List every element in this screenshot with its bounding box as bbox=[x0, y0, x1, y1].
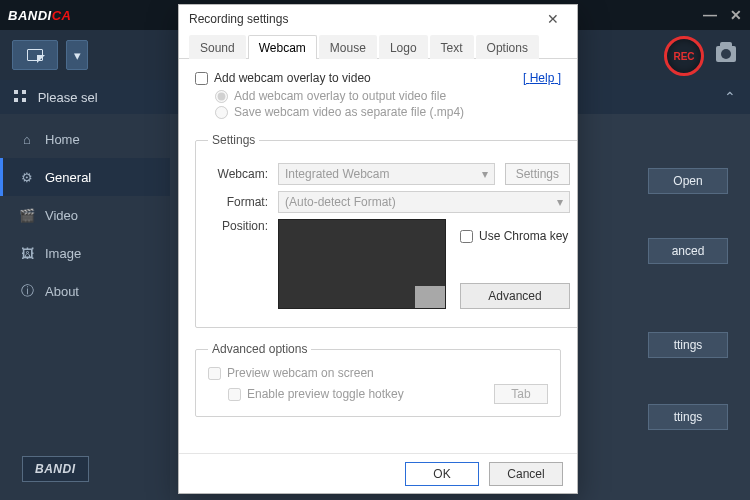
open-button[interactable]: Open bbox=[648, 168, 728, 194]
select-area-label: Please sel bbox=[38, 90, 98, 105]
format-label: Format: bbox=[208, 195, 268, 209]
radio-overlay-output[interactable]: Add webcam overlay to output video file bbox=[215, 89, 561, 103]
record-button[interactable]: REC bbox=[664, 36, 704, 76]
dialog-tabs: Sound Webcam Mouse Logo Text Options bbox=[179, 33, 577, 59]
capture-mode-button[interactable] bbox=[12, 40, 58, 70]
webcam-select[interactable]: Integrated Webcam ▾ bbox=[278, 163, 495, 185]
sidebar-item-label: Image bbox=[45, 246, 81, 261]
position-label: Position: bbox=[208, 219, 268, 233]
advanced-options-fieldset: Advanced options Preview webcam on scree… bbox=[195, 342, 561, 417]
info-icon: ⓘ bbox=[19, 283, 35, 299]
grid-icon bbox=[14, 90, 26, 102]
tab-webcam[interactable]: Webcam bbox=[248, 35, 317, 59]
recording-settings-dialog: Recording settings ✕ Sound Webcam Mouse … bbox=[178, 4, 578, 494]
sidebar-item-label: Video bbox=[45, 208, 78, 223]
chevron-down-icon: ▾ bbox=[482, 167, 488, 181]
radio-output-file[interactable] bbox=[215, 90, 228, 103]
window-controls: — ✕ bbox=[703, 7, 742, 23]
settings-legend: Settings bbox=[208, 133, 259, 147]
radio-separate-file[interactable]: Save webcam video as separate file (.mp4… bbox=[215, 105, 561, 119]
screen-rect-icon bbox=[27, 49, 43, 61]
tab-logo[interactable]: Logo bbox=[379, 35, 428, 59]
chevron-up-icon: ⌃ bbox=[724, 89, 736, 105]
webcam-label: Webcam: bbox=[208, 167, 268, 181]
tab-sound[interactable]: Sound bbox=[189, 35, 246, 59]
help-link[interactable]: [ Help ] bbox=[523, 71, 561, 85]
tab-text[interactable]: Text bbox=[430, 35, 474, 59]
close-icon[interactable]: ✕ bbox=[730, 7, 743, 23]
position-handle[interactable] bbox=[415, 286, 445, 308]
dialog-footer: OK Cancel bbox=[179, 453, 577, 493]
rec-label: REC bbox=[673, 51, 694, 62]
hotkey-field[interactable]: Tab bbox=[494, 384, 548, 404]
sidebar-item-about[interactable]: ⓘ About bbox=[0, 272, 170, 310]
radio-separate-label: Save webcam video as separate file (.mp4… bbox=[234, 105, 464, 119]
chroma-checkbox[interactable] bbox=[460, 230, 473, 243]
position-row: Position: Use Chroma key Advanced bbox=[208, 219, 570, 309]
app-logo: BANDICA bbox=[8, 8, 71, 23]
position-preview[interactable] bbox=[278, 219, 446, 309]
gear-icon: ⚙ bbox=[19, 169, 35, 185]
preview-onscreen-label: Preview webcam on screen bbox=[227, 366, 374, 380]
cancel-button[interactable]: Cancel bbox=[489, 462, 563, 486]
sidebar-item-label: Home bbox=[45, 132, 80, 147]
webcam-value: Integrated Webcam bbox=[285, 167, 390, 181]
sidebar-item-label: About bbox=[45, 284, 79, 299]
chevron-down-icon: ▾ bbox=[74, 48, 81, 63]
add-overlay-label: Add webcam overlay to video bbox=[214, 71, 371, 85]
advanced-position-button[interactable]: Advanced bbox=[460, 283, 570, 309]
close-icon: ✕ bbox=[547, 11, 559, 27]
dialog-body: Add webcam overlay to video [ Help ] Add… bbox=[179, 59, 577, 453]
minimize-icon[interactable]: — bbox=[703, 7, 718, 23]
settings-button-2[interactable]: ttings bbox=[648, 404, 728, 430]
chevron-down-icon: ▾ bbox=[557, 195, 563, 209]
sidebar-item-label: General bbox=[45, 170, 91, 185]
video-icon: 🎬 bbox=[19, 207, 35, 223]
dialog-title: Recording settings bbox=[189, 12, 288, 26]
preview-onscreen-row[interactable]: Preview webcam on screen bbox=[208, 366, 548, 380]
format-value: (Auto-detect Format) bbox=[285, 195, 396, 209]
sidebar-item-general[interactable]: ⚙ General bbox=[0, 158, 170, 196]
footer-logo: BANDI bbox=[22, 456, 89, 482]
sidebar-item-video[interactable]: 🎬 Video bbox=[0, 196, 170, 234]
advanced-button[interactable]: anced bbox=[648, 238, 728, 264]
sidebar-item-image[interactable]: 🖼 Image bbox=[0, 234, 170, 272]
tab-mouse[interactable]: Mouse bbox=[319, 35, 377, 59]
overlay-checkbox-row[interactable]: Add webcam overlay to video bbox=[195, 71, 371, 85]
toggle-hotkey-checkbox[interactable] bbox=[228, 388, 241, 401]
capture-mode-dropdown[interactable]: ▾ bbox=[66, 40, 88, 70]
radio-separate[interactable] bbox=[215, 106, 228, 119]
chroma-row[interactable]: Use Chroma key bbox=[460, 229, 570, 243]
webcam-settings-button[interactable]: Settings bbox=[505, 163, 570, 185]
settings-fieldset: Settings Webcam: Integrated Webcam ▾ Set… bbox=[195, 133, 577, 328]
ok-button[interactable]: OK bbox=[405, 462, 479, 486]
format-row: Format: (Auto-detect Format) ▾ bbox=[208, 191, 570, 213]
webcam-row: Webcam: Integrated Webcam ▾ Settings bbox=[208, 163, 570, 185]
preview-onscreen-checkbox[interactable] bbox=[208, 367, 221, 380]
format-select[interactable]: (Auto-detect Format) ▾ bbox=[278, 191, 570, 213]
image-icon: 🖼 bbox=[19, 245, 35, 261]
dialog-close-button[interactable]: ✕ bbox=[535, 7, 571, 31]
toggle-hotkey-row[interactable]: Enable preview toggle hotkey bbox=[228, 387, 404, 401]
add-overlay-checkbox[interactable] bbox=[195, 72, 208, 85]
toggle-hotkey-label: Enable preview toggle hotkey bbox=[247, 387, 404, 401]
chroma-label: Use Chroma key bbox=[479, 229, 568, 243]
sidebar: ⌂ Home ⚙ General 🎬 Video 🖼 Image ⓘ About bbox=[0, 114, 170, 500]
home-icon: ⌂ bbox=[19, 131, 35, 147]
sidebar-item-home[interactable]: ⌂ Home bbox=[0, 120, 170, 158]
screenshot-icon[interactable] bbox=[716, 46, 736, 62]
advanced-legend: Advanced options bbox=[208, 342, 311, 356]
settings-button-1[interactable]: ttings bbox=[648, 332, 728, 358]
radio-output-label: Add webcam overlay to output video file bbox=[234, 89, 446, 103]
tab-options[interactable]: Options bbox=[476, 35, 539, 59]
dialog-titlebar: Recording settings ✕ bbox=[179, 5, 577, 33]
